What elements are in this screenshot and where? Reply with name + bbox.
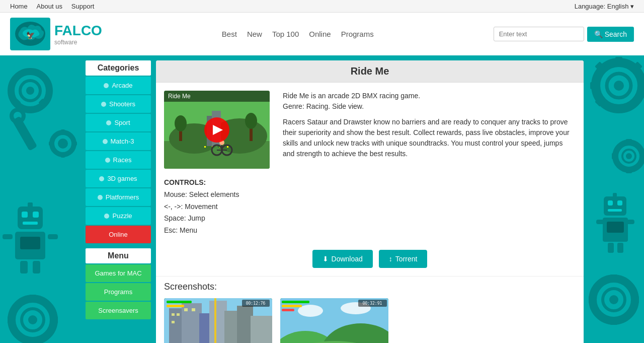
svg-rect-50: [227, 146, 228, 148]
deco-right: [589, 55, 644, 343]
svg-rect-19: [49, 142, 54, 146]
svg-rect-123: [607, 222, 624, 233]
logo-image: 🦅: [10, 18, 50, 50]
sidebar-games-mac[interactable]: Games for MAC: [86, 264, 151, 282]
svg-rect-24: [23, 222, 38, 225]
svg-point-130: [609, 295, 618, 304]
search-button[interactable]: 🔍 Search: [587, 27, 634, 42]
svg-rect-18: [61, 153, 65, 158]
logo-area[interactable]: 🦅 FALCO software: [10, 18, 102, 50]
svg-rect-120: [608, 209, 622, 212]
svg-point-44: [175, 115, 187, 131]
search-input[interactable]: [494, 27, 584, 41]
download-button[interactable]: ⬇ Download: [312, 250, 373, 268]
screenshots-title: Screenshots:: [164, 282, 576, 292]
sidebar-item-platformers[interactable]: Platformers: [86, 188, 151, 206]
svg-rect-104: [590, 82, 597, 89]
svg-rect-67: [177, 313, 180, 316]
nav-online[interactable]: Online: [309, 30, 331, 38]
sidebar-programs[interactable]: Programs: [86, 283, 151, 301]
download-icon: ⬇: [323, 255, 329, 263]
svg-rect-126: [608, 243, 614, 253]
svg-point-16: [58, 139, 68, 149]
controls-section: CONTROLS: Mouse: Select elements <-, ->:…: [156, 177, 584, 245]
svg-point-46: [245, 113, 257, 129]
about-link[interactable]: About us: [37, 3, 62, 10]
svg-rect-103: [615, 104, 622, 111]
match3-icon: [103, 139, 108, 144]
svg-rect-117: [604, 196, 626, 216]
video-placeholder[interactable]: Ride Me: [164, 91, 270, 169]
action-buttons: ⬇ Download ↕ Torrent: [156, 245, 584, 276]
top-nav-links: Home About us Support: [10, 2, 101, 10]
svg-point-101: [614, 81, 624, 91]
svg-rect-95: [282, 305, 302, 307]
svg-point-14: [12, 110, 24, 122]
svg-rect-102: [615, 57, 622, 64]
sidebar: Categories Arcade Shooters Sport Match-3…: [86, 55, 151, 343]
svg-rect-5: [28, 68, 33, 75]
search-icon: 🔍: [594, 30, 603, 38]
sidebar-item-races[interactable]: Races: [86, 151, 151, 169]
svg-rect-63: [224, 311, 238, 343]
svg-point-4: [26, 87, 34, 95]
svg-rect-36: [29, 338, 36, 343]
sidebar-item-sport[interactable]: Sport: [86, 114, 151, 131]
sidebar-item-puzzle[interactable]: Puzzle: [86, 207, 151, 225]
svg-rect-27: [20, 237, 40, 249]
sidebar-item-shooters[interactable]: Shooters: [86, 95, 151, 113]
nav-programs[interactable]: Programs: [341, 30, 374, 38]
svg-rect-134: [632, 296, 639, 303]
svg-rect-114: [626, 168, 632, 173]
sidebar-item-3dgames[interactable]: 3D games: [86, 170, 151, 187]
svg-rect-119: [617, 200, 622, 205]
svg-rect-38: [51, 316, 58, 323]
language-selector[interactable]: Language: English ▾: [575, 3, 634, 10]
screenshot-1[interactable]: 00:12:76: [164, 298, 272, 343]
logo-text: FALCO software: [54, 23, 102, 46]
video-title: Ride Me: [164, 91, 270, 102]
svg-rect-132: [610, 318, 617, 325]
svg-rect-31: [33, 261, 40, 273]
main-content: Ride Me: [156, 60, 584, 343]
arcade-icon: [104, 83, 109, 88]
menu-title: Menu: [86, 248, 151, 263]
main-header: 🦅 FALCO software Best New Top 100 Online…: [0, 13, 644, 55]
3dgames-icon: [99, 176, 104, 181]
svg-rect-8: [46, 88, 52, 93]
svg-rect-113: [626, 139, 632, 144]
torrent-icon: ↕: [389, 255, 392, 263]
search-area: 🔍 Search: [494, 27, 634, 42]
torrent-button[interactable]: ↕ Torrent: [379, 250, 428, 268]
nav-best[interactable]: Best: [222, 30, 237, 38]
svg-rect-37: [8, 316, 15, 323]
svg-rect-131: [610, 275, 617, 282]
svg-rect-118: [608, 200, 613, 205]
nav-new[interactable]: New: [247, 30, 262, 38]
screenshots-section: Screenshots:: [156, 276, 584, 343]
screenshot-2[interactable]: 00:32:91: [280, 298, 388, 343]
video-play-button[interactable]: [204, 117, 229, 143]
puzzle-icon: [104, 214, 109, 219]
svg-rect-28: [3, 234, 13, 239]
svg-rect-116: [641, 153, 644, 159]
sidebar-item-arcade[interactable]: Arcade: [86, 77, 151, 94]
svg-rect-7: [8, 88, 14, 93]
svg-rect-66: [172, 313, 175, 316]
svg-point-34: [28, 315, 37, 324]
home-link[interactable]: Home: [10, 3, 28, 10]
svg-text:00:32:91: 00:32:91: [363, 301, 382, 306]
svg-rect-121: [613, 193, 617, 197]
svg-rect-68: [172, 321, 175, 323]
sidebar-screensavers[interactable]: Screensavers: [86, 302, 151, 319]
svg-rect-124: [596, 220, 605, 224]
shooters-icon: [101, 102, 106, 107]
sidebar-item-match3[interactable]: Match-3: [86, 132, 151, 150]
svg-rect-17: [61, 129, 65, 134]
nav-top100[interactable]: Top 100: [272, 30, 299, 38]
sidebar-item-online[interactable]: Online: [86, 226, 151, 243]
svg-rect-69: [184, 308, 188, 311]
svg-rect-25: [28, 202, 33, 208]
support-link[interactable]: Support: [71, 3, 95, 10]
game-video: Ride Me: [164, 91, 275, 169]
